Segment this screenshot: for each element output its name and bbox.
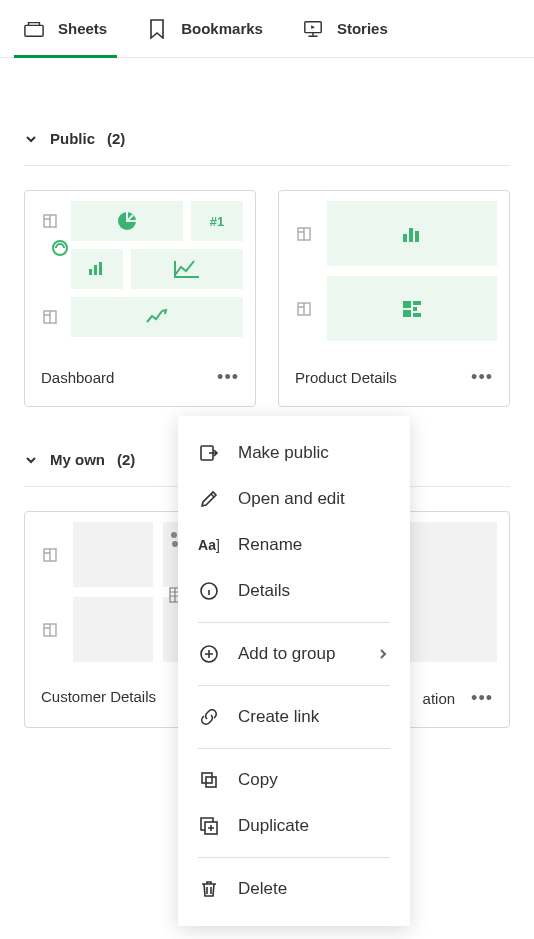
section-label: My own — [50, 451, 105, 468]
tab-stories[interactable]: Stories — [303, 0, 388, 57]
menu-delete[interactable]: Delete — [178, 866, 410, 912]
menu-separator — [198, 748, 390, 749]
section-count: (2) — [117, 451, 135, 468]
svg-point-20 — [171, 532, 177, 538]
bookmark-icon — [147, 19, 167, 39]
card-more-icon[interactable]: ••• — [217, 367, 239, 388]
tab-label: Stories — [337, 20, 388, 37]
menu-label: Delete — [238, 879, 287, 899]
card-dashboard[interactable]: #1 Dashboard ••• — [24, 190, 256, 407]
menu-create-link[interactable]: Create link — [178, 694, 410, 740]
menu-separator — [198, 622, 390, 623]
menu-label: Rename — [238, 535, 302, 555]
section-label: Public — [50, 130, 95, 147]
menu-rename[interactable]: Aa] Rename — [178, 522, 410, 568]
menu-make-public[interactable]: Make public — [178, 430, 410, 476]
tabs-bar: Sheets Bookmarks Stories — [0, 0, 534, 58]
menu-label: Open and edit — [238, 489, 345, 509]
info-icon — [198, 580, 220, 602]
svg-rect-30 — [202, 773, 212, 783]
menu-copy[interactable]: Copy — [178, 757, 410, 803]
card-thumbnail: #1 — [25, 191, 255, 351]
pencil-icon — [198, 488, 220, 510]
svg-rect-18 — [413, 313, 421, 317]
section-count: (2) — [107, 130, 125, 147]
card-more-icon[interactable]: ••• — [471, 688, 493, 709]
card-title: Product Details — [295, 369, 397, 386]
plus-circle-icon — [198, 643, 220, 665]
cards-public: #1 Dashboard ••• — [24, 190, 510, 407]
tab-label: Bookmarks — [181, 20, 263, 37]
menu-details[interactable]: Details — [178, 568, 410, 614]
card-product-details[interactable]: Product Details ••• — [278, 190, 510, 407]
card-footer: Dashboard ••• — [25, 351, 255, 406]
copy-icon — [198, 769, 220, 791]
card-title: Dashboard — [41, 369, 114, 386]
rename-icon: Aa] — [198, 534, 220, 556]
menu-duplicate[interactable]: Duplicate — [178, 803, 410, 849]
tab-bookmarks[interactable]: Bookmarks — [147, 0, 263, 57]
svg-rect-17 — [403, 310, 411, 317]
menu-separator — [198, 857, 390, 858]
svg-rect-7 — [99, 262, 102, 275]
card-more-icon[interactable]: ••• — [471, 367, 493, 388]
svg-rect-16 — [413, 307, 417, 311]
hashtag-cell: #1 — [191, 201, 243, 241]
section-public: Public (2) #1 Dashboard ••• — [0, 130, 534, 407]
link-icon — [198, 706, 220, 728]
menu-label: Create link — [238, 707, 319, 727]
export-icon — [198, 442, 220, 464]
svg-rect-0 — [25, 25, 43, 36]
chevron-down-icon — [24, 453, 38, 467]
svg-rect-6 — [94, 265, 97, 275]
menu-label: Copy — [238, 770, 278, 790]
sheets-icon — [24, 19, 44, 39]
tab-label: Sheets — [58, 20, 107, 37]
trash-icon — [198, 878, 220, 900]
menu-label: Make public — [238, 443, 329, 463]
stories-icon — [303, 19, 323, 39]
card-title-suffix: ation — [423, 690, 456, 707]
context-menu: Make public Open and edit Aa] Rename Det… — [178, 416, 410, 926]
chevron-down-icon — [24, 132, 38, 146]
svg-rect-15 — [413, 301, 421, 305]
menu-label: Add to group — [238, 644, 335, 664]
menu-label: Duplicate — [238, 816, 309, 836]
card-title: Customer Details — [41, 688, 156, 705]
svg-rect-31 — [206, 777, 216, 787]
menu-add-to-group[interactable]: Add to group — [178, 631, 410, 677]
duplicate-icon — [198, 815, 220, 837]
svg-rect-14 — [403, 301, 411, 308]
svg-rect-11 — [409, 228, 413, 242]
card-footer: Product Details ••• — [279, 351, 509, 406]
section-header-public[interactable]: Public (2) — [24, 130, 510, 166]
chevron-right-icon — [376, 647, 390, 661]
card-thumbnail — [279, 191, 509, 351]
svg-rect-10 — [403, 234, 407, 242]
menu-separator — [198, 685, 390, 686]
svg-rect-12 — [415, 231, 419, 242]
svg-rect-5 — [89, 269, 92, 275]
menu-label: Details — [238, 581, 290, 601]
tab-sheets[interactable]: Sheets — [24, 0, 107, 57]
menu-open-edit[interactable]: Open and edit — [178, 476, 410, 522]
